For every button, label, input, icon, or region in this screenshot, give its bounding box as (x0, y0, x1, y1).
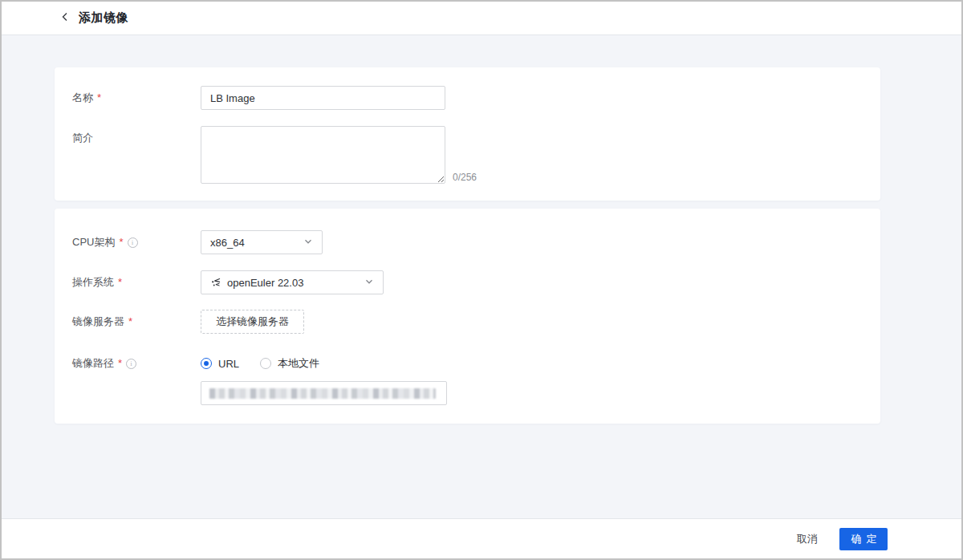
back-chevron-icon (59, 11, 71, 25)
image-path-label: 镜像路径 * i (72, 356, 201, 371)
image-path-row: 镜像路径 * i URL 本地文件 (55, 356, 880, 405)
cpu-arch-select[interactable]: x86_64 (201, 230, 323, 254)
basic-info-card: 名称 * 简介 0/256 (55, 67, 880, 201)
image-path-field: URL 本地文件 (201, 356, 447, 405)
form-body: 名称 * 简介 0/256 CPU架构 * (2, 35, 961, 518)
description-row: 简介 0/256 (55, 126, 880, 184)
action-footer: 取消 确定 (2, 518, 961, 558)
openeuler-logo-icon (210, 277, 221, 288)
info-icon[interactable]: i (128, 237, 138, 248)
os-value: openEuler 22.03 (227, 277, 364, 289)
image-server-row: 镜像服务器 * 选择镜像服务器 (55, 310, 880, 334)
radio-local-file[interactable]: 本地文件 (260, 356, 319, 371)
cpu-arch-value: x86_64 (210, 237, 303, 249)
path-type-radio-group: URL 本地文件 (201, 356, 447, 371)
select-image-server-button[interactable]: 选择镜像服务器 (201, 310, 304, 334)
required-asterisk: * (118, 356, 122, 371)
radio-selected-icon (201, 358, 212, 369)
cpu-arch-label: CPU架构 * i (72, 230, 201, 254)
name-row: 名称 * (55, 86, 880, 110)
radio-url[interactable]: URL (201, 358, 239, 370)
name-input[interactable] (201, 86, 445, 110)
chevron-down-icon (364, 277, 374, 289)
name-label: 名称 * (72, 86, 201, 110)
add-image-screen: 添加镜像 名称 * 简介 0/256 (0, 0, 963, 560)
page-title: 添加镜像 (79, 10, 128, 26)
char-counter: 0/256 (453, 172, 477, 184)
description-label: 简介 (72, 126, 201, 150)
image-config-card: CPU架构 * i x86_64 操作系统 * (55, 209, 880, 424)
required-asterisk: * (118, 270, 122, 294)
url-input[interactable] (201, 381, 447, 405)
required-asterisk: * (97, 86, 101, 110)
info-icon[interactable]: i (126, 359, 136, 369)
required-asterisk: * (119, 230, 123, 254)
os-label: 操作系统 * (72, 270, 201, 294)
back-button[interactable] (58, 11, 72, 26)
description-textarea[interactable] (201, 126, 445, 184)
radio-unselected-icon (260, 358, 271, 369)
confirm-button[interactable]: 确定 (839, 528, 888, 550)
chevron-down-icon (303, 237, 313, 249)
os-select[interactable]: openEuler 22.03 (201, 270, 384, 294)
image-server-label: 镜像服务器 * (72, 310, 201, 334)
page-header: 添加镜像 (2, 2, 961, 35)
redacted-url-value (209, 388, 436, 399)
os-row: 操作系统 * openEuler 22.03 (55, 270, 880, 294)
cancel-button[interactable]: 取消 (797, 532, 818, 546)
cpu-arch-row: CPU架构 * i x86_64 (55, 230, 880, 254)
description-field-wrap: 0/256 (201, 126, 477, 184)
required-asterisk: * (128, 310, 132, 334)
